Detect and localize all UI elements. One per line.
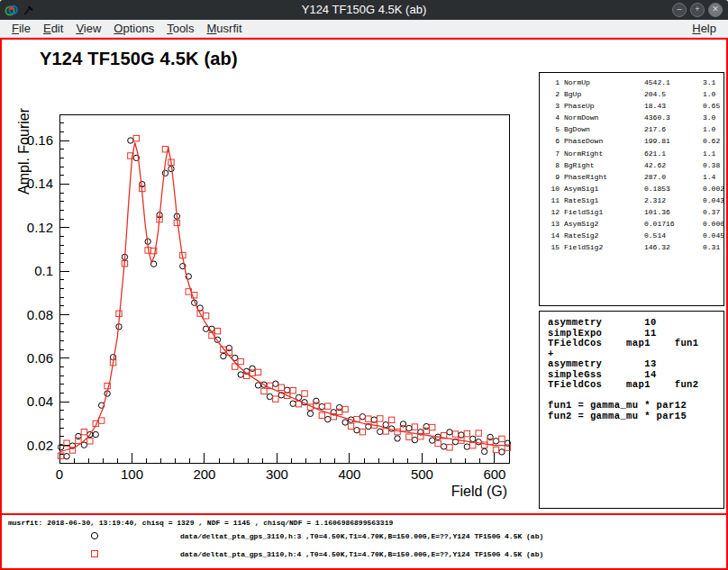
svg-text:400: 400 [338,466,360,482]
circle-marker-icon [88,529,101,542]
param-row: 2BgUp204.51.0 [546,88,723,100]
menu-item-edit[interactable]: Edit [37,20,69,37]
legend-row: data/deltat_pta_gps_3110,h:3 ,T0=4.50K,T… [2,527,726,545]
svg-text:300: 300 [266,466,288,482]
app-icon[interactable] [5,4,18,17]
svg-text:0: 0 [56,466,63,482]
svg-text:200: 200 [193,466,215,482]
close-button[interactable]: ✕ [708,3,723,17]
param-row: 10AsymSig10.18530.0028 [546,183,723,195]
param-row: 8BgRight42.620.38 [546,159,723,171]
chart-svg[interactable]: 01002003004005006000.020.040.060.080.10.… [2,40,537,513]
menu-items: FileEditViewOptionsToolsMusrfit [5,20,249,37]
legend-rows: data/deltat_pta_gps_3110,h:3 ,T0=4.50K,T… [2,527,726,563]
svg-text:0.04: 0.04 [27,394,53,409]
param-row: 1NormUp4542.13.1 [546,77,723,88]
root-canvas[interactable]: Y124 TF150G 4.5K (ab) 010020030040050060… [0,38,728,570]
menubar: FileEditViewOptionsToolsMusrfit Help [0,20,728,38]
fit-stats: musrfit: 2018-06-30, 13:19:40, chisq = 1… [8,519,726,527]
legend-label: data/deltat_pta_gps_3110,h:4 ,T0=4.50K,T… [180,550,543,558]
param-row: 13AsymSig20.017160.00098 [546,218,723,230]
param-row: 14RateSig20.5140.045 [546,230,723,241]
svg-text:500: 500 [411,466,433,482]
main-pad[interactable]: Y124 TF150G 4.5K (ab) 010020030040050060… [2,40,726,513]
param-row: 15FieldSig2146.320.31 [546,241,723,253]
parameter-box[interactable]: 1NormUp4542.13.12BgUp204.51.03PhaseUp18.… [539,72,724,306]
param-row: 3PhaseUp18.430.65 [546,100,723,112]
menu-item-options[interactable]: Options [107,20,160,37]
menu-item-tools[interactable]: Tools [160,20,200,37]
param-row: 5BgDown217.61.0 [546,123,723,135]
svg-text:100: 100 [121,466,143,482]
param-row: 7NormRight621.11.1 [546,148,723,159]
app-window: Y124 TF150G 4.5K (ab) – + ✕ FileEditView… [0,0,728,570]
svg-text:0.02: 0.02 [27,438,53,453]
theory-text: asymmetry 10 simplExpo 11 TFieldCos map1… [548,318,723,421]
svg-text:0.08: 0.08 [27,307,53,322]
menu-item-musrfit[interactable]: Musrfit [201,20,249,37]
theory-box[interactable]: asymmetry 10 simplExpo 11 TFieldCos map1… [539,311,724,509]
legend-label: data/deltat_pta_gps_3110,h:3 ,T0=4.50K,T… [180,532,543,540]
legend-row: data/deltat_pta_gps_3110,h:4 ,T0=4.50K,T… [2,545,726,563]
param-row: 12FieldSig1101.360.37 [546,206,723,218]
menu-item-file[interactable]: File [5,20,37,37]
svg-text:Ampl. Fourier: Ampl. Fourier [16,107,32,195]
menu-item-help[interactable]: Help [686,20,723,37]
svg-text:0.06: 0.06 [27,350,53,366]
window-title: Y124 TF150G 4.5K (ab) [0,0,728,20]
titlebar[interactable]: Y124 TF150G 4.5K (ab) – + ✕ [0,0,728,20]
menu-item-view[interactable]: View [69,20,107,37]
minimize-button[interactable]: – [672,3,687,17]
svg-text:600: 600 [483,466,505,482]
param-row: 11RateSig12.3120.043 [546,195,723,206]
square-marker-icon [88,547,101,560]
param-rows: 1NormUp4542.13.12BgUp204.51.03PhaseUp18.… [546,77,723,253]
param-row: 4NormDown4360.33.0 [546,112,723,123]
param-row: 6PhaseDown199.810.62 [546,135,723,147]
maximize-button[interactable]: + [690,3,705,17]
svg-text:0.12: 0.12 [27,220,53,235]
svg-text:Field (G): Field (G) [451,484,507,499]
param-row: 9PhaseRight287.01.4 [546,171,723,183]
info-pad[interactable]: musrfit: 2018-06-30, 13:19:40, chisq = 1… [2,513,726,568]
svg-text:0.1: 0.1 [34,263,53,278]
pin-icon[interactable] [22,4,35,17]
